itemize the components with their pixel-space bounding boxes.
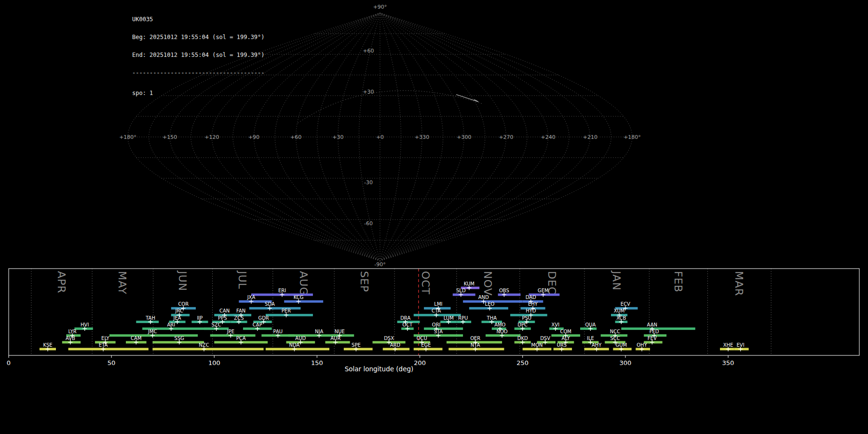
shower-label-ARD: ARD	[390, 342, 401, 348]
shower-label-XCB: XCB	[616, 315, 626, 321]
lon-label-10: +240	[541, 134, 556, 140]
shower-label-DPC: DPC	[517, 322, 528, 327]
shower-label-NDA: NDA	[289, 342, 300, 348]
lon-label-5: +30	[332, 134, 343, 140]
shower-label-CTA: CTA	[432, 308, 441, 313]
shower-label-PSU: PSU	[522, 315, 531, 321]
shower-label-OBS: OBS	[499, 288, 509, 293]
shower-label-SLD: SLD	[456, 288, 466, 293]
end-time-line: End: 20251012 19:55:04 (sol = 199.39°)	[132, 52, 265, 58]
pole-label-north: +90°	[373, 4, 387, 10]
shower-label-NIA: NIA	[315, 329, 323, 334]
shower-label-IIP: IIP	[197, 315, 203, 321]
month-label-FEB: FEB	[672, 271, 684, 293]
sky-map: +90°-90°+180°+150+120+90+60+30+0+330+300…	[0, 0, 868, 269]
x-tick-label-50: 50	[108, 359, 116, 366]
month-label-APR: APR	[55, 271, 68, 294]
shower-label-PER: PER	[282, 308, 291, 313]
shower-label-ILE: ILE	[587, 336, 594, 341]
celestial-equator-arc	[298, 91, 482, 123]
station-id: UK0035	[132, 16, 265, 22]
shower-label-CAM: CAM	[131, 336, 141, 341]
shower-label-ECV: ECV	[621, 301, 630, 307]
shower-label-FED: FED	[650, 329, 659, 334]
lon-label-12: +180°	[624, 134, 641, 140]
shower-label-XVI: XVI	[552, 322, 560, 327]
lon-label-2: +120	[204, 134, 219, 140]
shower-label-AUR: AUR	[330, 336, 340, 341]
shower-bar-KCG	[284, 300, 323, 303]
shower-label-TAH: TAH	[145, 315, 155, 321]
lon-label-11: +210	[583, 134, 597, 140]
shower-label-NZC: NZC	[199, 342, 209, 348]
meteor-count-line: spo: 1	[132, 90, 265, 96]
lon-label-0: +180°	[119, 134, 136, 140]
shower-label-GDR: GDR	[258, 315, 269, 321]
pole-label-south: -90°	[374, 261, 385, 268]
month-label-JAN: JAN	[610, 270, 623, 291]
x-tick-label-250: 250	[516, 359, 529, 366]
shower-label-SCC: SCC	[610, 336, 620, 341]
lon-label-7: +330	[415, 134, 429, 140]
shower-label-KCG: KCG	[294, 295, 304, 300]
shower-label-FAN: FAN	[236, 308, 245, 313]
shower-bar-OBS	[498, 294, 521, 296]
shower-label-LYR: LYR	[68, 329, 76, 334]
shower-label-KUM: KUM	[464, 281, 475, 286]
shower-label-AHY: AHY	[592, 342, 602, 348]
shower-label-FEV: FEV	[648, 336, 657, 341]
separator-line: --------------------------------------	[132, 70, 265, 76]
shower-label-NOO: NOO	[496, 329, 507, 334]
shower-label-ETA: ETA	[99, 342, 108, 348]
shower-label-XUM: XUM	[614, 308, 625, 313]
shower-label-COR: COR	[178, 301, 189, 307]
shower-label-LMI: LMI	[434, 301, 442, 307]
shower-label-KSE: KSE	[43, 342, 52, 348]
shower-label-CAP: CAP	[253, 322, 262, 327]
x-axis-title: Solar longitude (deg)	[345, 365, 414, 373]
month-label-JUL: JUL	[236, 270, 248, 289]
shower-bar-NZC	[152, 348, 263, 350]
shower-label-LUM: LUM	[444, 315, 454, 321]
shower-label-GEM: GEM	[538, 288, 549, 293]
shower-label-EGE: EGE	[421, 342, 431, 348]
lat-label-+30: +30	[363, 89, 374, 95]
x-tick-label-0: 0	[7, 359, 11, 366]
x-tick-label-350: 350	[722, 359, 734, 366]
lon-label-6: +0	[376, 134, 384, 140]
month-label-MAY: MAY	[116, 271, 128, 295]
shower-label-JPE: JPE	[227, 329, 234, 334]
x-tick-label-150: 150	[311, 359, 323, 366]
lon-label-8: +300	[457, 134, 471, 140]
shower-label-DSX: DSX	[384, 336, 394, 341]
shower-label-OCT: OCT	[403, 322, 413, 327]
shower-label-ARI: ARI	[167, 322, 175, 327]
shower-label-ALY: ALY	[562, 336, 570, 341]
shower-label-OCU: OCU	[417, 336, 427, 341]
lat-label--30: -30	[364, 179, 373, 186]
shower-label-MON: MON	[531, 342, 543, 348]
x-tick-label-200: 200	[414, 359, 426, 366]
shower-label-QUA: QUA	[585, 322, 596, 327]
lon-label-9: +270	[499, 134, 513, 140]
shower-bar-NDA	[266, 348, 329, 350]
shower-label-RPU: RPU	[458, 315, 468, 321]
shower-bar-PER	[266, 314, 313, 316]
shower-label-SSG: SSG	[175, 336, 184, 341]
radiant-plot-page: +90°-90°+180°+150+120+90+60+30+0+330+300…	[0, 0, 868, 434]
month-label-NOV: NOV	[482, 271, 494, 296]
shower-label-AVB: AVB	[66, 336, 75, 341]
shower-bar-ETA	[68, 348, 149, 350]
activity-chart: APRMAYJUNJULAUGSEPOCTNOVDECJANFEBMARKUME…	[0, 268, 868, 434]
shower-label-NCC: NCC	[610, 329, 620, 334]
shower-label-JEA: JEA	[173, 315, 181, 321]
shower-label-OER: OER	[470, 336, 480, 341]
month-label-MAR: MAR	[733, 271, 745, 296]
shower-label-DKD: DKD	[517, 336, 528, 341]
shower-label-PCA: PCA	[236, 336, 246, 341]
lon-label-4: +60	[290, 134, 301, 140]
shower-label-EVI: EVI	[737, 342, 745, 348]
shower-label-PAU: PAU	[273, 329, 283, 334]
shower-label-SDA: SDA	[265, 301, 275, 307]
month-label-SEP: SEP	[358, 271, 370, 292]
